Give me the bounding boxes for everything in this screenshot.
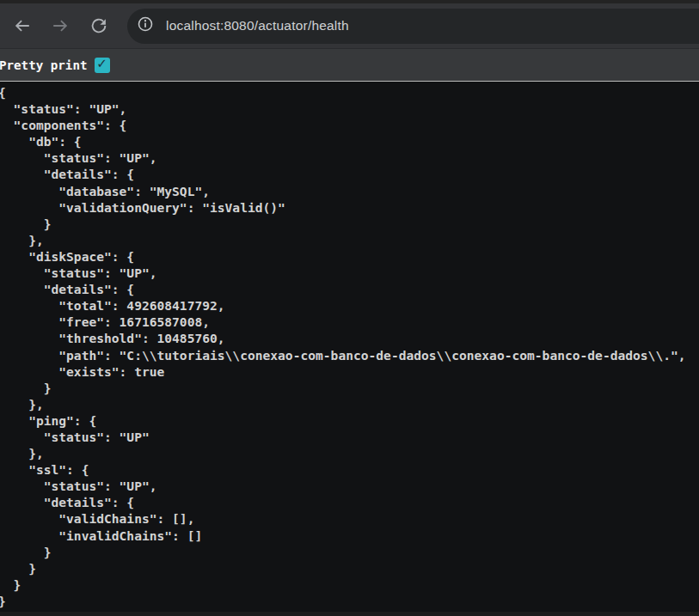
json-response-text: { "status": "UP", "components": { "db": … — [0, 82, 699, 609]
pretty-print-checkbox[interactable]: ✓ — [95, 58, 110, 73]
checkmark-icon: ✓ — [96, 58, 107, 70]
url-text: localhost:8080/actuator/health — [166, 18, 349, 34]
url-bar[interactable]: localhost:8080/actuator/health — [127, 9, 699, 44]
browser-toolbar: localhost:8080/actuator/health — [0, 3, 699, 48]
browser-window: localhost:8080/actuator/health Pretty pr… — [0, 0, 699, 616]
window-bottom-edge — [0, 612, 699, 616]
json-response-view: { "status": "UP", "components": { "db": … — [0, 82, 699, 612]
forward-arrow-icon — [51, 16, 70, 35]
pretty-print-bar: Pretty print ✓ — [0, 48, 699, 82]
reload-button[interactable] — [89, 15, 109, 36]
site-info-button[interactable] — [136, 16, 155, 35]
back-button[interactable] — [12, 15, 33, 36]
info-icon — [136, 15, 155, 37]
pretty-print-label: Pretty print — [0, 58, 88, 72]
forward-button[interactable] — [50, 15, 71, 36]
back-arrow-icon — [13, 16, 32, 35]
reload-icon — [89, 16, 108, 35]
